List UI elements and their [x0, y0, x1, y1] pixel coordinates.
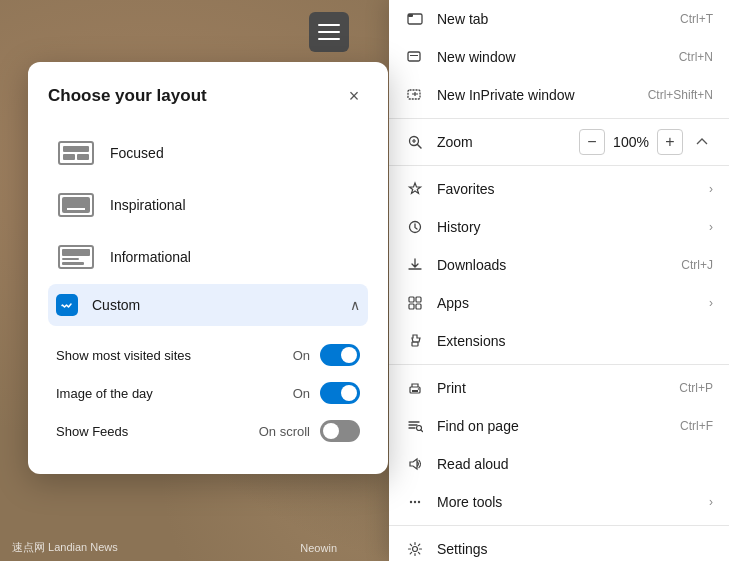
- image-day-label: Image of the day: [56, 386, 293, 401]
- focused-label: Focused: [110, 145, 360, 161]
- zoom-value: 100%: [613, 134, 649, 150]
- layout-dialog: Choose your layout × Focused Inspiration…: [28, 62, 388, 474]
- new-window-shortcut: Ctrl+N: [679, 50, 713, 64]
- readaloud-icon: [405, 454, 425, 474]
- extensions-icon: [405, 331, 425, 351]
- layout-option-custom[interactable]: Custom ∧: [48, 284, 368, 326]
- new-window-label: New window: [437, 49, 671, 65]
- divider-1: [389, 118, 729, 119]
- inprivate-label: New InPrivate window: [437, 87, 640, 103]
- svg-rect-7: [409, 297, 414, 302]
- most-visited-state: On: [293, 348, 310, 363]
- toggle-most-visited: Show most visited sites On: [56, 336, 360, 374]
- image-day-toggle[interactable]: [320, 382, 360, 404]
- gear-icon: [405, 539, 425, 559]
- print-shortcut: Ctrl+P: [679, 381, 713, 395]
- layout-option-inspirational[interactable]: Inspirational: [48, 180, 368, 230]
- apps-arrow: ›: [709, 296, 713, 310]
- menu-item-more-tools[interactable]: More tools ›: [389, 483, 729, 521]
- svg-point-19: [413, 547, 418, 552]
- toggle-show-feeds: Show Feeds On scroll: [56, 412, 360, 450]
- menu-item-apps[interactable]: Apps ›: [389, 284, 729, 322]
- most-visited-label: Show most visited sites: [56, 348, 293, 363]
- dialog-header: Choose your layout ×: [48, 82, 368, 110]
- footer-left: 速点网 Landian News: [12, 540, 118, 555]
- footer-right: Neowin: [300, 542, 337, 554]
- hamburger-line-3: [318, 38, 340, 40]
- window-icon: [405, 47, 425, 67]
- dialog-title: Choose your layout: [48, 86, 207, 106]
- dialog-close-button[interactable]: ×: [340, 82, 368, 110]
- inspirational-label: Inspirational: [110, 197, 360, 213]
- history-label: History: [437, 219, 701, 235]
- download-icon: [405, 255, 425, 275]
- show-feeds-toggle[interactable]: [320, 420, 360, 442]
- find-shortcut: Ctrl+F: [680, 419, 713, 433]
- zoom-expand-button[interactable]: [691, 131, 713, 153]
- divider-4: [389, 525, 729, 526]
- svg-point-17: [414, 501, 416, 503]
- more-tools-label: More tools: [437, 494, 701, 510]
- svg-point-16: [410, 501, 412, 503]
- favorites-arrow: ›: [709, 182, 713, 196]
- downloads-label: Downloads: [437, 257, 673, 273]
- favorites-label: Favorites: [437, 181, 701, 197]
- new-tab-shortcut: Ctrl+T: [680, 12, 713, 26]
- svg-point-14: [418, 388, 420, 390]
- layout-option-informational[interactable]: Informational: [48, 232, 368, 282]
- menu-item-settings[interactable]: Settings: [389, 530, 729, 561]
- zoom-decrease-button[interactable]: −: [579, 129, 605, 155]
- zoom-increase-button[interactable]: +: [657, 129, 683, 155]
- bottom-bar: 速点网 Landian News Neowin: [0, 534, 349, 561]
- hamburger-line-2: [318, 31, 340, 33]
- menu-item-extensions[interactable]: Extensions: [389, 322, 729, 360]
- new-tab-label: New tab: [437, 11, 672, 27]
- svg-rect-8: [416, 297, 421, 302]
- informational-label: Informational: [110, 249, 360, 265]
- menu-item-new-tab[interactable]: New tab Ctrl+T: [389, 0, 729, 38]
- most-visited-toggle[interactable]: [320, 344, 360, 366]
- print-icon: [405, 378, 425, 398]
- custom-chevron-icon: ∧: [350, 297, 360, 313]
- layout-option-focused[interactable]: Focused: [48, 128, 368, 178]
- svg-rect-13: [412, 390, 418, 392]
- tab-icon: [405, 9, 425, 29]
- menu-item-new-window[interactable]: New window Ctrl+N: [389, 38, 729, 76]
- divider-2: [389, 165, 729, 166]
- menu-item-find[interactable]: Find on page Ctrl+F: [389, 407, 729, 445]
- zoom-label: Zoom: [437, 134, 579, 150]
- show-feeds-state: On scroll: [259, 424, 310, 439]
- svg-rect-2: [408, 52, 420, 61]
- inprivate-icon: [405, 85, 425, 105]
- svg-rect-11: [412, 342, 418, 346]
- inprivate-shortcut: Ctrl+Shift+N: [648, 88, 713, 102]
- apps-icon: [405, 293, 425, 313]
- settings-label: Settings: [437, 541, 713, 557]
- image-day-state: On: [293, 386, 310, 401]
- star-icon: [405, 179, 425, 199]
- find-icon: [405, 416, 425, 436]
- image-day-knob: [341, 385, 357, 401]
- informational-icon: [56, 242, 96, 272]
- svg-rect-3: [410, 55, 418, 56]
- menu-item-favorites[interactable]: Favorites ›: [389, 170, 729, 208]
- hamburger-line-1: [318, 24, 340, 26]
- focused-icon: [56, 138, 96, 168]
- history-icon: [405, 217, 425, 237]
- moretools-icon: [405, 492, 425, 512]
- toggle-image-day: Image of the day On: [56, 374, 360, 412]
- custom-label: Custom: [92, 297, 350, 313]
- toggles-section: Show most visited sites On Image of the …: [48, 328, 368, 454]
- menu-item-history[interactable]: History ›: [389, 208, 729, 246]
- most-visited-knob: [341, 347, 357, 363]
- menu-item-inprivate[interactable]: New InPrivate window Ctrl+Shift+N: [389, 76, 729, 114]
- downloads-shortcut: Ctrl+J: [681, 258, 713, 272]
- zoom-controls: − 100% +: [579, 129, 713, 155]
- menu-item-print[interactable]: Print Ctrl+P: [389, 369, 729, 407]
- more-tools-arrow: ›: [709, 495, 713, 509]
- menu-item-read-aloud[interactable]: Read aloud: [389, 445, 729, 483]
- menu-item-downloads[interactable]: Downloads Ctrl+J: [389, 246, 729, 284]
- menu-panel: New tab Ctrl+T New window Ctrl+N New InP…: [389, 0, 729, 561]
- svg-rect-1: [408, 14, 413, 17]
- hamburger-button[interactable]: [309, 12, 349, 52]
